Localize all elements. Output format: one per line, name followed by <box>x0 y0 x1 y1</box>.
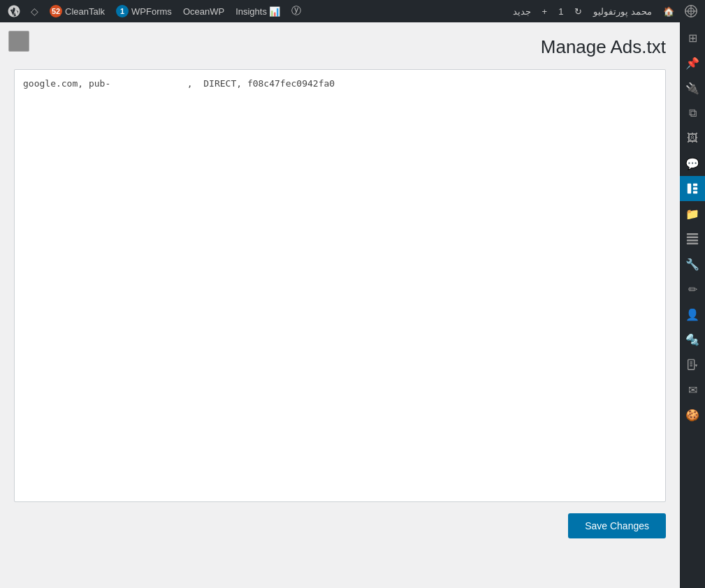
cleantalk-label: CleanTalk <box>65 6 105 17</box>
yoast-icon: ⓨ <box>291 5 301 17</box>
admin-bar: ◇ 52 CleanTalk 1 WPForms OceanWP Insight… <box>0 0 705 22</box>
diamond-icon: ◇ <box>31 6 38 17</box>
plus-icon: + <box>542 6 548 17</box>
image-icon[interactable]: 🖼 <box>680 126 705 151</box>
svg-rect-6 <box>693 184 697 186</box>
oceanwp-label: OceanWP <box>183 6 224 17</box>
diamond-item[interactable]: ◇ <box>25 0 44 22</box>
wpforms-badge: 1 <box>116 5 129 17</box>
folder-icon[interactable]: 📁 <box>680 201 705 226</box>
svg-rect-12 <box>687 242 698 244</box>
insights-label: Insights <box>235 6 267 17</box>
home-icon: 🏠 <box>663 6 674 17</box>
yoast-item[interactable]: ⓨ <box>286 0 307 22</box>
save-changes-button[interactable]: Save Changes <box>568 513 666 538</box>
comment-icon[interactable]: 💬 <box>680 151 705 176</box>
right-sidebar: ⊞ 📌 🔌 ⧉ 🖼 💬 📁 🔧 ✏ 👤 🔩 ✉ 🍪 <box>680 22 705 588</box>
adminbar-right: جدید + 1 ↻ محمد پورتفولیو 🏠 <box>507 0 702 22</box>
dashboard-icon[interactable]: ⊞ <box>680 25 705 50</box>
plugin-icon[interactable]: 🔌 <box>680 75 705 101</box>
button-row: Save Changes <box>14 513 666 538</box>
cleantalk-item[interactable]: 52 CleanTalk <box>44 0 110 22</box>
svg-rect-11 <box>687 240 698 242</box>
mail-icon[interactable]: ✉ <box>680 377 705 402</box>
user-icon[interactable]: 👤 <box>680 302 705 327</box>
tools-icon[interactable]: 🔧 <box>680 251 705 277</box>
wpforms-item[interactable]: 1 WPForms <box>110 0 177 22</box>
oceanwp-item[interactable]: OceanWP <box>177 0 230 22</box>
copy-icon[interactable]: ⧉ <box>680 101 705 126</box>
svg-rect-8 <box>693 191 697 194</box>
ads-textarea-container <box>14 69 666 502</box>
refresh-icon: ↻ <box>574 6 582 17</box>
avatar <box>8 31 29 52</box>
svg-rect-7 <box>693 187 697 190</box>
count-item[interactable]: 1 <box>553 0 569 22</box>
svg-rect-10 <box>687 236 698 238</box>
username-item[interactable]: محمد پورتفولیو <box>588 0 657 22</box>
wp-logo-right[interactable] <box>680 0 702 22</box>
wordpress-logo[interactable] <box>3 0 25 22</box>
svg-rect-9 <box>687 233 698 235</box>
cookie-icon[interactable]: 🍪 <box>680 402 705 427</box>
avatar-area <box>8 31 29 52</box>
refresh-item[interactable]: ↻ <box>569 0 588 22</box>
new-label: جدید <box>513 6 531 17</box>
table-icon[interactable] <box>680 226 705 251</box>
plus-item[interactable]: + <box>537 0 553 22</box>
page-title: Manage Ads.txt <box>14 36 666 58</box>
svg-rect-5 <box>688 184 691 193</box>
cleantalk-badge: 52 <box>50 5 62 17</box>
chart-icon: 📊 <box>269 6 280 17</box>
username-label: محمد پورتفولیو <box>593 6 652 17</box>
home-item[interactable]: 🏠 <box>657 0 680 22</box>
ads-textarea[interactable] <box>17 73 662 499</box>
pencil-icon[interactable]: ✏ <box>680 277 705 302</box>
pin-icon[interactable]: 📌 <box>680 50 705 75</box>
elementor-icon[interactable] <box>680 176 705 201</box>
svg-rect-13 <box>688 360 695 369</box>
count-label: 1 <box>558 6 563 17</box>
new-item[interactable]: جدید <box>507 0 537 22</box>
wpforms-label: WPForms <box>131 6 172 17</box>
adstxt-icon[interactable] <box>680 352 705 377</box>
main-content: Manage Ads.txt Save Changes <box>0 22 680 588</box>
insights-item[interactable]: Insights 📊 <box>230 0 286 22</box>
wrench-icon[interactable]: 🔩 <box>680 327 705 352</box>
